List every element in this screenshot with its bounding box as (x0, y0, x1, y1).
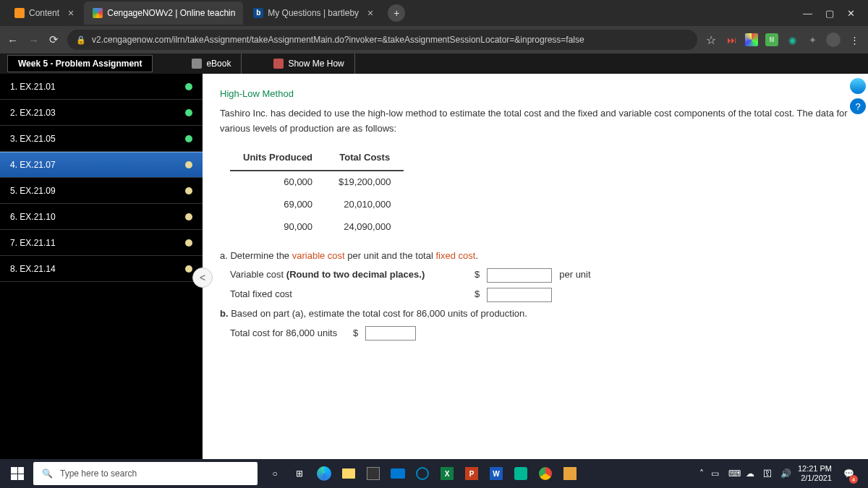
store-icon[interactable] (363, 462, 383, 485)
status-dot-icon (185, 187, 192, 194)
address-bar: ← → ⟳ 🔒 v2.cengagenow.com/ilrn/takeAssig… (0, 26, 868, 53)
clock[interactable]: 12:21 PM 2/1/2021 (798, 464, 832, 483)
total-cost-input[interactable] (365, 326, 416, 341)
table-row: 90,00024,090,000 (230, 216, 404, 239)
question-3[interactable]: 3. EX.21.05 (0, 126, 203, 152)
chrome-icon[interactable] (535, 462, 556, 485)
lock-icon: 🔒 (76, 35, 86, 45)
ebook-label: eBook (206, 59, 231, 69)
fixed-cost-row: Total fixed cost $ (230, 287, 851, 302)
tab-cengage[interactable]: CengageNOWv2 | Online teachin × (84, 1, 243, 25)
show-me-how-button[interactable]: Show Me How (263, 53, 354, 74)
glossary-link-fixed-cost[interactable]: fixed cost (435, 250, 475, 261)
taskbar-search[interactable]: 🔍 Type here to search (33, 462, 258, 485)
star-icon[interactable]: ☆ (706, 33, 716, 47)
right-rail: ? (848, 74, 868, 114)
extensions-icon[interactable]: ✦ (806, 33, 819, 46)
profile-icon[interactable] (826, 33, 841, 47)
reload-icon[interactable]: ⟳ (49, 33, 59, 46)
search-icon: 🔍 (42, 468, 53, 479)
back-icon[interactable]: ← (7, 34, 18, 46)
ebook-button[interactable]: eBook (182, 53, 242, 74)
tray-chevron-icon[interactable]: ˄ (699, 468, 704, 479)
per-unit-label: per unit (559, 267, 590, 283)
help-icon[interactable]: ? (850, 98, 866, 114)
refresh-icon[interactable] (850, 78, 866, 94)
collapse-sidebar-button[interactable]: < (192, 267, 213, 288)
notifications-icon[interactable]: 💬4 (839, 462, 858, 485)
cortana-icon[interactable]: ○ (265, 462, 285, 485)
section-title: High-Low Method (220, 87, 851, 102)
excel-icon[interactable]: X (437, 462, 457, 485)
status-dot-icon (185, 161, 192, 168)
question-5[interactable]: 5. EX.21.09 (0, 178, 203, 204)
fixed-cost-label: Total fixed cost (230, 287, 461, 302)
battery-icon[interactable]: ▭ (711, 468, 721, 479)
ext-icon-1[interactable]: ⏭ (725, 33, 738, 46)
fixed-cost-input[interactable] (487, 288, 552, 302)
new-tab-button[interactable]: + (388, 4, 405, 22)
menu-icon[interactable]: ⋮ (848, 33, 861, 46)
question-6[interactable]: 6. EX.21.10 (0, 204, 203, 230)
close-window-icon[interactable]: ✕ (847, 8, 855, 19)
word-icon[interactable]: W (486, 462, 506, 485)
variable-cost-label: Variable cost (Round to two decimal plac… (230, 267, 461, 283)
ext-icon-2[interactable] (745, 33, 758, 46)
app-icon-2[interactable] (560, 462, 580, 485)
assignment-title: Week 5 - Problem Assignment (7, 55, 153, 72)
app-icon[interactable] (511, 462, 531, 485)
app-toolbar: Week 5 - Problem Assignment eBook Show M… (0, 53, 868, 74)
tab-title: Content (29, 8, 59, 18)
keyboard-icon[interactable]: ⌨ (728, 468, 739, 479)
mail-icon[interactable] (388, 462, 408, 485)
status-dot-icon (185, 239, 192, 247)
edge-icon[interactable] (314, 462, 334, 485)
notif-badge: 4 (849, 475, 858, 484)
total-cost-label: Total cost for 86,000 units (230, 326, 346, 341)
question-7[interactable]: 7. EX.21.11 (0, 230, 203, 256)
maximize-icon[interactable]: ▢ (825, 8, 834, 19)
col-header-units: Units Produced (230, 146, 326, 171)
favicon (14, 8, 25, 18)
book-icon (192, 59, 202, 69)
task-view-icon[interactable]: ⊞ (289, 462, 310, 485)
volume-icon[interactable]: 🔊 (780, 468, 791, 479)
explorer-icon[interactable] (339, 462, 359, 485)
cloud-icon[interactable]: ☁ (746, 468, 756, 479)
close-icon[interactable]: × (68, 7, 74, 19)
favicon: b (253, 8, 263, 18)
tab-content[interactable]: Content × (6, 1, 82, 25)
glossary-link-variable-cost[interactable]: variable cost (292, 250, 345, 261)
question-4[interactable]: 4. EX.21.07 (0, 152, 203, 178)
wifi-icon[interactable]: ⚿ (763, 468, 773, 479)
minimize-icon[interactable]: — (803, 8, 812, 19)
main-panel: High-Low Method Tashiro Inc. has decided… (203, 74, 868, 459)
variable-cost-input[interactable] (487, 268, 552, 283)
ext-icon-4[interactable]: ◉ (786, 33, 799, 46)
windows-icon (11, 467, 24, 480)
question-8[interactable]: 8. EX.21.14 (0, 256, 203, 282)
status-dot-icon (185, 265, 192, 273)
ext-icon-3[interactable]: fil (765, 33, 778, 46)
dell-icon[interactable] (412, 462, 433, 485)
col-header-costs: Total Costs (326, 146, 404, 171)
variable-cost-row: Variable cost (Round to two decimal plac… (230, 267, 851, 283)
forward-icon[interactable]: → (28, 34, 39, 46)
close-icon[interactable]: × (367, 7, 373, 19)
dollar-sign: $ (475, 267, 480, 283)
search-placeholder: Type here to search (60, 468, 137, 479)
powerpoint-icon[interactable]: P (461, 462, 482, 485)
url-box[interactable]: 🔒 v2.cengagenow.com/ilrn/takeAssignment/… (67, 30, 697, 50)
intro-text: Tashiro Inc. has decided to use the high… (220, 106, 851, 137)
content-area: Week 5 - Problem Assignment eBook Show M… (0, 53, 868, 459)
question-1[interactable]: 1. EX.21.01 (0, 74, 203, 100)
tab-bartleby[interactable]: b My Questions | bartleby × (244, 1, 382, 25)
start-button[interactable] (4, 461, 30, 487)
browser-tab-strip: Content × CengageNOWv2 | Online teachin … (0, 0, 868, 26)
status-dot-icon (185, 135, 192, 142)
status-dot-icon (185, 213, 192, 221)
question-sidebar: 1. EX.21.01 2. EX.21.03 3. EX.21.05 4. E… (0, 74, 203, 459)
data-table: Units ProducedTotal Costs 60,000$19,200,… (230, 146, 404, 238)
question-2[interactable]: 2. EX.21.03 (0, 100, 203, 126)
table-row: 60,000$19,200,000 (230, 171, 404, 194)
